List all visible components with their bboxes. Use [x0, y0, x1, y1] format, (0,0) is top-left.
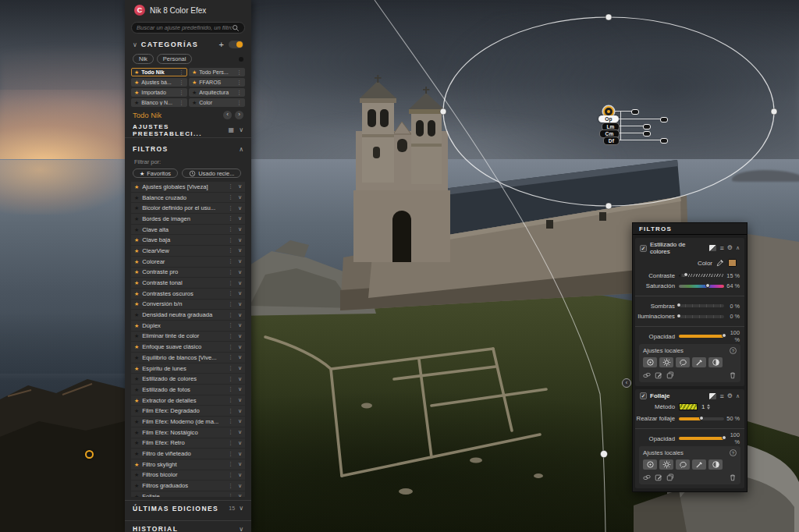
- tool-lasso-icon[interactable]: [676, 459, 690, 470]
- filter-item[interactable]: Enfoque suave clásico: [131, 342, 245, 352]
- slider-handle[interactable]: [684, 272, 688, 277]
- kebab-icon[interactable]: [228, 408, 233, 414]
- method-value[interactable]: 1: [701, 403, 705, 410]
- kebab-icon[interactable]: [228, 301, 233, 307]
- help-icon[interactable]: ?: [730, 449, 737, 456]
- next-presets-button[interactable]: ›: [235, 111, 243, 119]
- kebab-icon[interactable]: [228, 451, 233, 457]
- tool-lasso-icon[interactable]: [676, 357, 690, 367]
- category-chip[interactable]: Todo Pers...: [189, 68, 245, 76]
- kebab-icon[interactable]: [236, 90, 242, 96]
- chevron-down-icon[interactable]: [238, 408, 242, 414]
- chevron-down-icon[interactable]: [238, 472, 242, 478]
- history-row[interactable]: HISTORIAL: [125, 520, 251, 532]
- filter-item[interactable]: Filtros graduados: [131, 481, 245, 491]
- star-icon[interactable]: [134, 344, 139, 349]
- mask-link-icon[interactable]: [643, 371, 651, 379]
- kebab-icon[interactable]: [228, 386, 233, 392]
- kebab-icon[interactable]: [228, 354, 233, 360]
- filter-item[interactable]: Ajustes globales [Viveza]: [131, 182, 245, 192]
- presets-header-row[interactable]: AJUSTES PREESTABLECI...: [125, 126, 251, 138]
- tab-personal[interactable]: Personal: [157, 54, 193, 64]
- kebab-icon[interactable]: [236, 69, 242, 76]
- star-icon[interactable]: [134, 312, 139, 317]
- mask-edit-icon[interactable]: [655, 473, 662, 481]
- filter-item[interactable]: Equilibrio de blancos [Vive...: [131, 353, 245, 363]
- chevron-down-icon[interactable]: [238, 365, 242, 371]
- eyedropper-icon[interactable]: [716, 259, 724, 267]
- kebab-icon[interactable]: [228, 472, 233, 478]
- star-icon[interactable]: [134, 205, 139, 211]
- slider-track[interactable]: [679, 285, 724, 288]
- cp-lm-handle[interactable]: [643, 124, 651, 129]
- kebab-icon[interactable]: [228, 440, 233, 446]
- kebab-icon[interactable]: [228, 194, 233, 200]
- chevron-down-icon[interactable]: [238, 451, 242, 457]
- filter-item[interactable]: Balance cruzado: [131, 193, 245, 203]
- tool-brush-icon[interactable]: [692, 357, 706, 367]
- slider-handle[interactable]: [722, 333, 726, 338]
- chevron-down-icon[interactable]: [238, 429, 242, 435]
- filter-item[interactable]: Clave alta: [131, 225, 245, 235]
- slider-track[interactable]: [679, 274, 724, 277]
- cp-df-handle[interactable]: [660, 138, 668, 144]
- filter-item[interactable]: ClearView: [131, 246, 245, 256]
- compare-icon[interactable]: [709, 245, 716, 251]
- chevron-down-icon[interactable]: [238, 386, 242, 392]
- slider-track[interactable]: [679, 437, 724, 440]
- tool-gradient-icon[interactable]: [708, 459, 723, 470]
- category-chip[interactable]: Todo Nik: [131, 68, 187, 76]
- chevron-down-icon[interactable]: [238, 483, 242, 489]
- star-icon[interactable]: [134, 184, 139, 190]
- kebab-icon[interactable]: [228, 247, 233, 254]
- star-icon[interactable]: [134, 227, 139, 232]
- star-icon[interactable]: [134, 195, 139, 200]
- categories-toggle[interactable]: [229, 41, 243, 48]
- star-icon[interactable]: [134, 237, 139, 243]
- kebab-icon[interactable]: [228, 322, 233, 328]
- star-icon[interactable]: [134, 280, 139, 286]
- kebab-icon[interactable]: [228, 333, 233, 339]
- kebab-icon[interactable]: [179, 90, 184, 96]
- star-icon[interactable]: [134, 80, 139, 85]
- compare-icon[interactable]: [709, 393, 716, 399]
- delete-mask-icon[interactable]: [729, 371, 737, 379]
- tool-gradient-icon[interactable]: [708, 357, 723, 367]
- chevron-down-icon[interactable]: [238, 493, 242, 497]
- slider-track[interactable]: [679, 417, 724, 420]
- filter-item[interactable]: Contraste tonal: [131, 278, 245, 288]
- category-chip[interactable]: Ajustes bá...: [131, 78, 187, 87]
- categories-header-row[interactable]: CATEGORÍAS: [125, 38, 251, 51]
- star-icon[interactable]: [192, 69, 197, 75]
- kebab-icon[interactable]: [236, 80, 242, 86]
- star-icon[interactable]: [134, 440, 139, 445]
- chevron-up-icon[interactable]: [239, 146, 243, 153]
- filter-item[interactable]: Filtros bicolor: [131, 470, 245, 481]
- chevron-down-icon[interactable]: [238, 397, 242, 403]
- filter-item[interactable]: Colorear: [131, 257, 245, 267]
- chevron-down-icon[interactable]: [238, 440, 242, 446]
- slider-track[interactable]: [679, 335, 724, 338]
- mask-edit-icon[interactable]: [655, 371, 662, 379]
- kebab-icon[interactable]: [236, 100, 242, 106]
- search-input[interactable]: [137, 24, 232, 31]
- category-chip[interactable]: Importado: [131, 88, 187, 97]
- filter-item[interactable]: Espíritu de lunes: [131, 364, 245, 374]
- category-chip[interactable]: Color: [189, 98, 245, 107]
- kebab-icon[interactable]: [228, 493, 233, 497]
- star-icon[interactable]: [134, 301, 139, 307]
- tool-control-point-icon[interactable]: [643, 357, 657, 367]
- star-icon[interactable]: [134, 408, 139, 413]
- slider-track[interactable]: [679, 315, 724, 318]
- collapse-icon[interactable]: [736, 393, 740, 399]
- kebab-icon[interactable]: [228, 205, 233, 211]
- chevron-down-icon[interactable]: [238, 194, 242, 200]
- kebab-icon[interactable]: [228, 312, 233, 318]
- chevron-down-icon[interactable]: [238, 280, 242, 286]
- add-category-icon[interactable]: [219, 40, 224, 49]
- filter-item[interactable]: Estilizado de fotos: [131, 385, 245, 395]
- cp-cm-handle[interactable]: [643, 131, 651, 137]
- chevron-down-icon[interactable]: [238, 226, 242, 232]
- collapse-icon[interactable]: [736, 245, 740, 251]
- slider-handle[interactable]: [705, 283, 710, 288]
